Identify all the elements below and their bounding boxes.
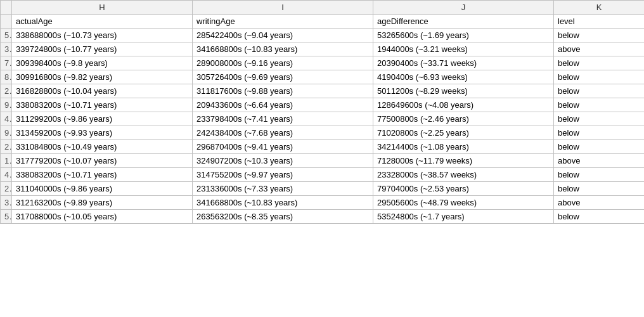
cell-agedifference: 79704000s (~2.53 years) — [373, 182, 554, 196]
cell-level: below — [554, 56, 645, 70]
writing-age-header: writingAge — [193, 15, 373, 29]
col-j-header: J — [373, 1, 554, 15]
level-header: level — [554, 15, 645, 29]
table-row: 4338083200s (~10.71 years)314755200s (~9… — [1, 168, 645, 182]
cell-actualage: 312163200s (~9.89 years) — [12, 196, 193, 210]
cell-level: below — [554, 70, 645, 84]
data-table: H I J K actualAge writingAge ageDifferen… — [0, 0, 644, 224]
table-row: 2331084800s (~10.49 years)296870400s (~9… — [1, 140, 645, 154]
spreadsheet-container: H I J K actualAge writingAge ageDifferen… — [0, 0, 644, 317]
cell-agedifference: 29505600s (~48.79 weeks) — [373, 196, 554, 210]
row-number: 8 — [1, 70, 12, 84]
table-row: 3339724800s (~10.77 years)341668800s (~1… — [1, 42, 645, 56]
cell-actualage: 338688000s (~10.73 years) — [12, 29, 193, 42]
cell-level: below — [554, 168, 645, 182]
cell-writingage: 305726400s (~9.69 years) — [193, 70, 373, 84]
cell-writingage: 296870400s (~9.41 years) — [193, 140, 373, 154]
table-row: 7309398400s (~9.8 years)289008000s (~9.1… — [1, 56, 645, 70]
cell-writingage: 341668800s (~10.83 years) — [193, 42, 373, 56]
table-row: 5338688000s (~10.73 years)285422400s (~9… — [1, 29, 645, 42]
row-number: 2 — [1, 140, 12, 154]
cell-agedifference: 23328000s (~38.57 weeks) — [373, 168, 554, 182]
cell-writingage: 285422400s (~9.04 years) — [193, 29, 373, 42]
cell-agedifference: 34214400s (~1.08 years) — [373, 140, 554, 154]
cell-writingage: 233798400s (~7.41 years) — [193, 112, 373, 126]
table-row: 9338083200s (~10.71 years)209433600s (~6… — [1, 98, 645, 112]
cell-actualage: 309398400s (~9.8 years) — [12, 56, 193, 70]
field-name-row: actualAge writingAge ageDifference level — [1, 15, 645, 29]
cell-writingage: 263563200s (~8.35 years) — [193, 210, 373, 224]
cell-agedifference: 77500800s (~2.46 years) — [373, 112, 554, 126]
age-difference-header: ageDifference — [373, 15, 554, 29]
table-row: 5317088000s (~10.05 years)263563200s (~8… — [1, 210, 645, 224]
cell-writingage: 242438400s (~7.68 years) — [193, 126, 373, 140]
cell-level: below — [554, 84, 645, 98]
cell-actualage: 317779200s (~10.07 years) — [12, 154, 193, 168]
cell-writingage: 311817600s (~9.88 years) — [193, 84, 373, 98]
row-number: 5 — [1, 29, 12, 42]
cell-actualage: 316828800s (~10.04 years) — [12, 84, 193, 98]
corner-cell — [1, 1, 12, 15]
table-row: 8309916800s (~9.82 years)305726400s (~9.… — [1, 70, 645, 84]
cell-level: below — [554, 182, 645, 196]
actual-age-header: actualAge — [12, 15, 193, 29]
cell-agedifference: 20390400s (~33.71 weeks) — [373, 56, 554, 70]
row-number: 7 — [1, 56, 12, 70]
row-number: 3 — [1, 196, 12, 210]
cell-level: above — [554, 196, 645, 210]
row-number: 3 — [1, 42, 12, 56]
row-number: 5 — [1, 210, 12, 224]
col-i-header: I — [193, 1, 373, 15]
cell-agedifference: 5011200s (~8.29 weeks) — [373, 84, 554, 98]
cell-level: below — [554, 29, 645, 42]
cell-level: below — [554, 126, 645, 140]
cell-level: below — [554, 140, 645, 154]
row-number: 4 — [1, 112, 12, 126]
cell-writingage: 341668800s (~10.83 years) — [193, 196, 373, 210]
cell-actualage: 311040000s (~9.86 years) — [12, 182, 193, 196]
cell-agedifference: 1944000s (~3.21 weeks) — [373, 42, 554, 56]
row-number: 1 — [1, 154, 12, 168]
header-row-num — [1, 15, 12, 29]
cell-agedifference: 53524800s (~1.7 years) — [373, 210, 554, 224]
cell-actualage: 311299200s (~9.86 years) — [12, 112, 193, 126]
cell-agedifference: 53265600s (~1.69 years) — [373, 29, 554, 42]
cell-actualage: 338083200s (~10.71 years) — [12, 98, 193, 112]
cell-agedifference: 7128000s (~11.79 weeks) — [373, 154, 554, 168]
col-h-header: H — [12, 1, 193, 15]
cell-level: below — [554, 98, 645, 112]
cell-level: below — [554, 112, 645, 126]
table-row: 2316828800s (~10.04 years)311817600s (~9… — [1, 84, 645, 98]
row-number: 9 — [1, 126, 12, 140]
table-row: 9313459200s (~9.93 years)242438400s (~7.… — [1, 126, 645, 140]
row-number: 4 — [1, 168, 12, 182]
cell-level: above — [554, 42, 645, 56]
cell-actualage: 317088000s (~10.05 years) — [12, 210, 193, 224]
table-row: 3312163200s (~9.89 years)341668800s (~10… — [1, 196, 645, 210]
cell-level: above — [554, 154, 645, 168]
table-row: 4311299200s (~9.86 years)233798400s (~7.… — [1, 112, 645, 126]
cell-writingage: 314755200s (~9.97 years) — [193, 168, 373, 182]
cell-actualage: 338083200s (~10.71 years) — [12, 168, 193, 182]
cell-agedifference: 71020800s (~2.25 years) — [373, 126, 554, 140]
cell-actualage: 331084800s (~10.49 years) — [12, 140, 193, 154]
col-k-header: K — [554, 1, 645, 15]
cell-actualage: 309916800s (~9.82 years) — [12, 70, 193, 84]
cell-agedifference: 128649600s (~4.08 years) — [373, 98, 554, 112]
cell-writingage: 289008000s (~9.16 years) — [193, 56, 373, 70]
row-number: 9 — [1, 98, 12, 112]
cell-actualage: 313459200s (~9.93 years) — [12, 126, 193, 140]
cell-writingage: 231336000s (~7.33 years) — [193, 182, 373, 196]
cell-agedifference: 4190400s (~6.93 weeks) — [373, 70, 554, 84]
table-row: 2311040000s (~9.86 years)231336000s (~7.… — [1, 182, 645, 196]
table-row: 1317779200s (~10.07 years)324907200s (~1… — [1, 154, 645, 168]
cell-actualage: 339724800s (~10.77 years) — [12, 42, 193, 56]
cell-level: below — [554, 210, 645, 224]
cell-writingage: 324907200s (~10.3 years) — [193, 154, 373, 168]
row-number: 2 — [1, 84, 12, 98]
row-number: 2 — [1, 182, 12, 196]
column-letter-row: H I J K — [1, 1, 645, 15]
cell-writingage: 209433600s (~6.64 years) — [193, 98, 373, 112]
